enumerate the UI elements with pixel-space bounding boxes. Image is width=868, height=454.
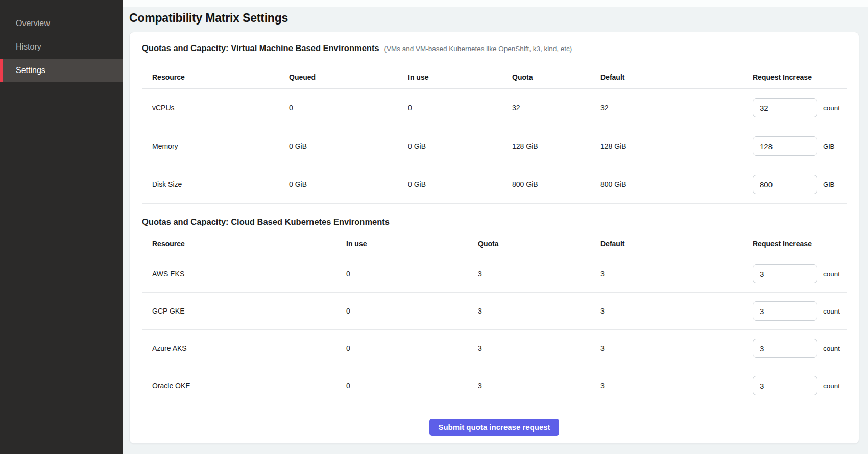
column-header-quota: Quota xyxy=(468,240,590,248)
sidebar: Overview History Settings xyxy=(0,0,123,454)
unit-label: count xyxy=(823,345,840,352)
resource-name: GCP GKE xyxy=(142,307,336,315)
column-header-default: Default xyxy=(590,240,742,248)
sidebar-item[interactable]: Settings xyxy=(0,59,123,82)
cloud-section-header: Quotas and Capacity: Cloud Based Kuberne… xyxy=(142,217,847,227)
column-header-request-increase: Request Increase xyxy=(742,73,847,81)
request-increase-cell: count xyxy=(742,264,847,283)
table-row: AWS EKS 0 3 3 count xyxy=(142,255,847,293)
resource-name: Disk Size xyxy=(142,180,279,188)
request-increase-cell: GiB xyxy=(742,175,847,194)
unit-label: GiB xyxy=(823,142,835,150)
default-value: 3 xyxy=(590,270,742,278)
sidebar-item[interactable]: History xyxy=(0,35,123,59)
quota-value: 800 GiB xyxy=(502,180,590,188)
in-use-value: 0 GiB xyxy=(398,180,502,188)
resource-name: Azure AKS xyxy=(142,344,336,352)
request-increase-cell: count xyxy=(742,339,847,358)
quota-value: 128 GiB xyxy=(502,142,590,150)
vm-table-body: vCPUs 0 0 32 32 count Memory 0 GiB 0 GiB… xyxy=(142,89,847,204)
request-increase-cell: GiB xyxy=(742,136,847,156)
resource-name: AWS EKS xyxy=(142,270,336,278)
quota-value: 32 xyxy=(502,104,590,112)
request-increase-input[interactable] xyxy=(753,339,817,358)
request-increase-input[interactable] xyxy=(753,301,817,321)
column-header-in-use: In use xyxy=(336,240,468,248)
unit-label: count xyxy=(823,382,840,390)
table-row: Azure AKS 0 3 3 count xyxy=(142,330,847,367)
unit-label: count xyxy=(823,307,840,315)
request-increase-cell: count xyxy=(742,301,847,321)
column-header-request-increase: Request Increase xyxy=(742,240,847,248)
resource-name: vCPUs xyxy=(142,104,279,112)
table-row: Memory 0 GiB 0 GiB 128 GiB 128 GiB GiB xyxy=(142,127,847,165)
in-use-value: 0 xyxy=(336,381,468,390)
quota-value: 3 xyxy=(468,381,590,390)
default-value: 3 xyxy=(590,344,742,352)
vm-table-header: Resource Queued In use Quota Default Req… xyxy=(142,55,847,89)
column-header-queued: Queued xyxy=(279,73,398,81)
request-increase-input[interactable] xyxy=(753,136,817,156)
table-row: Disk Size 0 GiB 0 GiB 800 GiB 800 GiB Gi… xyxy=(142,165,847,204)
request-increase-input[interactable] xyxy=(753,175,817,194)
queued-value: 0 GiB xyxy=(279,180,398,188)
submit-quota-increase-button[interactable]: Submit quota increase request xyxy=(429,419,559,436)
request-increase-cell: count xyxy=(742,98,847,117)
sidebar-item-label: Settings xyxy=(0,66,45,75)
in-use-value: 0 xyxy=(336,307,468,315)
in-use-value: 0 xyxy=(336,270,468,278)
unit-label: count xyxy=(823,104,840,112)
in-use-value: 0 GiB xyxy=(398,142,502,150)
page-title: Compatibility Matrix Settings xyxy=(129,11,868,25)
cloud-section-title: Quotas and Capacity: Cloud Based Kuberne… xyxy=(142,217,390,227)
cloud-table-body: AWS EKS 0 3 3 count GCP GKE 0 3 3 xyxy=(142,255,847,404)
column-header-resource: Resource xyxy=(142,73,279,81)
in-use-value: 0 xyxy=(336,344,468,352)
column-header-in-use: In use xyxy=(398,73,502,81)
table-row: vCPUs 0 0 32 32 count xyxy=(142,89,847,127)
table-row: GCP GKE 0 3 3 count xyxy=(142,293,847,330)
active-indicator-bar xyxy=(0,59,3,82)
default-value: 3 xyxy=(590,381,742,390)
table-row: Oracle OKE 0 3 3 count xyxy=(142,367,847,404)
sidebar-item[interactable]: Overview xyxy=(0,12,123,35)
queued-value: 0 GiB xyxy=(279,142,398,150)
default-value: 32 xyxy=(590,104,742,112)
column-header-default: Default xyxy=(590,73,742,81)
vm-section-title: Quotas and Capacity: Virtual Machine Bas… xyxy=(142,43,379,53)
default-value: 3 xyxy=(590,307,742,315)
column-header-quota: Quota xyxy=(502,73,590,81)
vm-section-subtitle: (VMs and VM-based Kubernetes like OpenSh… xyxy=(384,45,572,53)
vm-section-header: Quotas and Capacity: Virtual Machine Bas… xyxy=(142,43,847,55)
queued-value: 0 xyxy=(279,104,398,112)
card-footer: Submit quota increase request xyxy=(142,419,847,436)
resource-name: Memory xyxy=(142,142,279,150)
quota-value: 3 xyxy=(468,307,590,315)
top-band xyxy=(123,0,868,7)
column-header-resource: Resource xyxy=(142,240,336,248)
default-value: 800 GiB xyxy=(590,180,742,188)
sidebar-item-label: History xyxy=(0,42,41,52)
unit-label: count xyxy=(823,270,840,278)
in-use-value: 0 xyxy=(398,104,502,112)
request-increase-cell: count xyxy=(742,376,847,395)
quota-value: 3 xyxy=(468,344,590,352)
settings-card: Quotas and Capacity: Virtual Machine Bas… xyxy=(129,32,859,444)
sidebar-item-label: Overview xyxy=(0,19,50,28)
main-content: Compatibility Matrix Settings Quotas and… xyxy=(123,0,868,454)
request-increase-input[interactable] xyxy=(753,98,817,117)
resource-name: Oracle OKE xyxy=(142,381,336,390)
cloud-table-header: Resource In use Quota Default Request In… xyxy=(142,227,847,255)
unit-label: GiB xyxy=(823,181,835,188)
quota-value: 3 xyxy=(468,270,590,278)
default-value: 128 GiB xyxy=(590,142,742,150)
request-increase-input[interactable] xyxy=(753,264,817,283)
request-increase-input[interactable] xyxy=(753,376,817,395)
